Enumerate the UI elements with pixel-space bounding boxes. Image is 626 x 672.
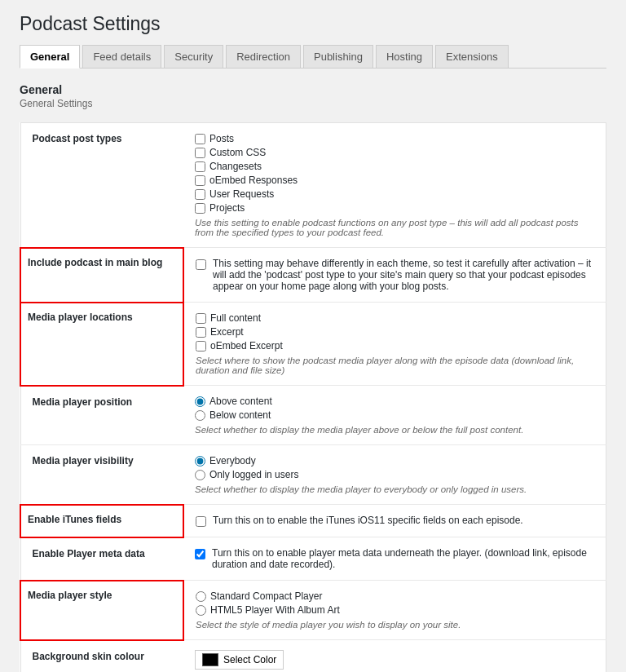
table-row: Enable Player meta data Turn this on to … bbox=[20, 537, 606, 581]
radio-below-content[interactable] bbox=[195, 410, 205, 421]
table-row: Media player position Above content Belo… bbox=[20, 386, 606, 445]
bg-skin-colour-btn-label: Select Color bbox=[223, 654, 276, 665]
media-player-position-value: Above content Below content Select wheth… bbox=[183, 386, 606, 445]
bg-skin-colour-label: Background skin colour bbox=[20, 640, 183, 673]
checkbox-user-requests[interactable] bbox=[195, 189, 205, 200]
enable-itunes-value: Turn this on to enable the iTunes iOS11 … bbox=[183, 505, 606, 537]
media-player-visibility-help: Select whether to display the media play… bbox=[195, 484, 594, 494]
radio-html5-album-art[interactable] bbox=[196, 605, 206, 616]
radio-above-content[interactable] bbox=[195, 396, 205, 407]
section-title: General bbox=[20, 83, 606, 96]
settings-table: Podcast post types Posts Custom CSS Chan… bbox=[20, 122, 606, 672]
checkbox-enable-player-meta[interactable] bbox=[195, 549, 205, 559]
media-player-locations-help: Select where to show the podcast media p… bbox=[196, 356, 594, 375]
bg-skin-colour-swatch bbox=[202, 653, 218, 666]
table-row: Podcast post types Posts Custom CSS Chan… bbox=[20, 123, 606, 248]
bg-skin-colour-value: Select Color Only applicable if using th… bbox=[183, 640, 606, 673]
tab-publishing[interactable]: Publishing bbox=[303, 45, 373, 68]
media-player-style-label: Media player style bbox=[20, 581, 183, 640]
enable-player-meta-label: Enable Player meta data bbox=[20, 537, 183, 581]
checkbox-oembed-responses[interactable] bbox=[195, 175, 205, 186]
podcast-post-types-value: Posts Custom CSS Changesets oEmbed Respo… bbox=[183, 123, 606, 248]
table-row: Enable iTunes fields Turn this on to ena… bbox=[20, 505, 606, 537]
table-row: Media player visibility Everybody Only l… bbox=[20, 445, 606, 505]
checkbox-posts[interactable] bbox=[195, 134, 205, 144]
podcast-post-types-help: Use this setting to enable podcast funct… bbox=[195, 218, 594, 237]
radio-logged-in[interactable] bbox=[195, 470, 205, 480]
tab-bar: General Feed details Security Redirectio… bbox=[20, 45, 606, 69]
checkbox-changesets[interactable] bbox=[195, 161, 205, 172]
tab-general[interactable]: General bbox=[20, 45, 80, 69]
include-podcast-label: Include podcast in main blog bbox=[20, 248, 183, 303]
media-player-style-help: Select the style of media player you wis… bbox=[196, 620, 594, 630]
media-player-position-label: Media player position bbox=[20, 386, 183, 445]
page-title: Podcast Settings bbox=[20, 13, 606, 35]
tab-redirection[interactable]: Redirection bbox=[226, 45, 301, 68]
include-podcast-value: This setting may behave differently in e… bbox=[183, 248, 606, 303]
checkbox-enable-itunes[interactable] bbox=[196, 516, 206, 527]
media-player-visibility-label: Media player visibility bbox=[20, 445, 183, 505]
tab-security[interactable]: Security bbox=[164, 45, 223, 68]
media-player-locations-label: Media player locations bbox=[20, 303, 183, 386]
checkbox-include-podcast[interactable] bbox=[196, 259, 206, 270]
checkbox-oembed-excerpt[interactable] bbox=[196, 341, 206, 351]
podcast-post-types-label: Podcast post types bbox=[20, 123, 183, 248]
checkbox-custom-css[interactable] bbox=[195, 148, 205, 158]
table-row: Background skin colour Select Color Only… bbox=[20, 640, 606, 673]
table-row: Media player locations Full content Exce… bbox=[20, 303, 606, 386]
include-podcast-description: This setting may behave differently in e… bbox=[213, 258, 594, 292]
checkbox-excerpt[interactable] bbox=[196, 327, 206, 338]
section-subtitle: General Settings bbox=[20, 98, 606, 109]
tab-feed-details[interactable]: Feed details bbox=[82, 45, 161, 68]
enable-player-meta-value: Turn this on to enable player meta data … bbox=[183, 537, 606, 581]
tab-hosting[interactable]: Hosting bbox=[376, 45, 433, 68]
media-player-position-help: Select whether to display the media play… bbox=[195, 425, 594, 435]
radio-standard-compact[interactable] bbox=[196, 591, 206, 602]
enable-itunes-label: Enable iTunes fields bbox=[20, 505, 183, 537]
checkbox-full-content[interactable] bbox=[196, 313, 206, 324]
bg-skin-colour-button[interactable]: Select Color bbox=[195, 650, 284, 670]
media-player-locations-value: Full content Excerpt oEmbed Excerpt Sele… bbox=[183, 303, 606, 386]
media-player-style-value: Standard Compact Player HTML5 Player Wit… bbox=[183, 581, 606, 640]
checkbox-projects[interactable] bbox=[195, 203, 205, 214]
enable-itunes-description: Turn this on to enable the iTunes iOS11 … bbox=[213, 515, 523, 526]
table-row: Media player style Standard Compact Play… bbox=[20, 581, 606, 640]
enable-player-meta-description: Turn this on to enable player meta data … bbox=[212, 547, 594, 570]
media-player-visibility-value: Everybody Only logged in users Select wh… bbox=[183, 445, 606, 505]
tab-extensions[interactable]: Extensions bbox=[435, 45, 509, 68]
radio-everybody[interactable] bbox=[195, 456, 205, 466]
table-row: Include podcast in main blog This settin… bbox=[20, 248, 606, 303]
